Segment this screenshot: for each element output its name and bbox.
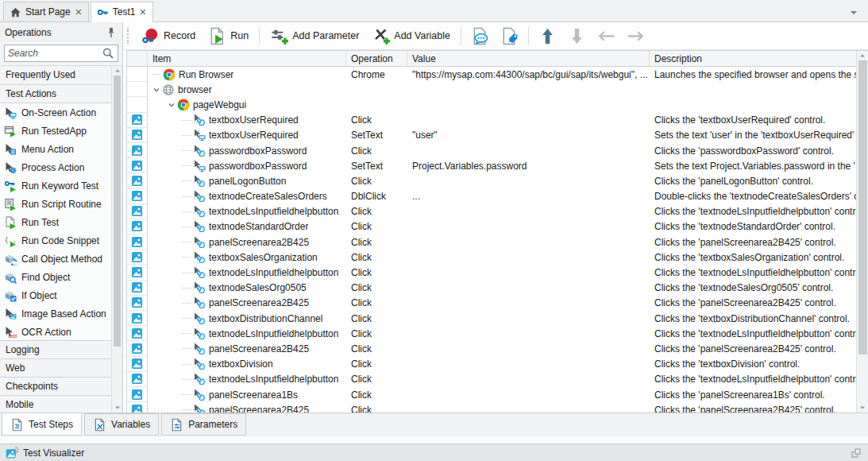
test-step-row-browser[interactable]: browser [127,82,856,97]
row-gutter[interactable] [127,341,148,356]
add-variable-button[interactable]: Add Variable [366,25,456,48]
category-logging[interactable]: Logging [0,340,111,359]
test-step-row-panelscreenarea2b425[interactable]: panelScreenarea2B425ClickClicks the 'pan… [127,402,856,413]
tab-test1[interactable]: Test1 [91,2,154,22]
scroll-up-icon[interactable] [859,52,866,59]
category-mobile[interactable]: Mobile [0,395,111,413]
grid-scrollbar[interactable] [856,51,868,413]
expander-icon[interactable] [151,85,161,95]
test-step-row-textnodelsinputfieldhelpbutton[interactable]: textnodeLsInputfieldhelpbuttonClickClick… [127,326,856,341]
category-frequently-used[interactable]: Frequently Used [0,66,111,85]
row-gutter[interactable] [127,158,148,173]
test-step-row-textnodelsinputfieldhelpbutton[interactable]: textnodeLsInputfieldhelpbuttonClickClick… [127,372,856,387]
test-step-row-textboxuserrequired[interactable]: textboxUserRequiredSetText"user"Sets the… [127,128,856,143]
test-step-row-pagewebgui[interactable]: pageWebgui [127,97,856,112]
operation-find-object[interactable]: Find Object [0,268,111,286]
expander-icon[interactable] [166,100,176,110]
search-input[interactable] [8,48,102,59]
test-step-row-textnodelsinputfieldhelpbutton[interactable]: textnodeLsInputfieldhelpbuttonClickClick… [127,265,856,280]
test-step-row-panelscreenarea1bs[interactable]: panelScreenarea1BsClickClicks the 'panel… [127,387,856,402]
close-icon[interactable] [75,8,83,16]
pin-icon[interactable] [105,26,118,39]
test-step-row-panelscreenarea2b425[interactable]: panelScreenarea2B425ClickClicks the 'pan… [127,341,856,356]
test-step-row-panelscreenarea2b425[interactable]: panelScreenarea2B425ClickClicks the 'pan… [127,296,856,311]
operation-menu-action[interactable]: Menu Action [0,140,111,158]
move-right-button[interactable] [622,25,650,48]
column-header-description[interactable]: Description [650,51,856,66]
row-gutter[interactable] [127,265,148,280]
operation-image-based-action[interactable]: Image Based Action [0,304,111,323]
row-gutter[interactable] [127,173,148,188]
description-cell: Clicks the 'passwordboxPassword' control… [650,143,856,158]
sidebar-scrollbar[interactable] [111,66,122,413]
row-gutter[interactable] [127,219,148,234]
operation-ocr-action[interactable]: OCROCR Action [0,323,111,341]
operation-run-code-snippet[interactable]: {..}Run Code Snippet [0,231,111,250]
operation-on-screen-action[interactable]: On-Screen Action [0,103,111,122]
add-label-button[interactable] [496,25,523,48]
operation-run-testedapp[interactable]: Run TestedApp [0,122,111,140]
test-step-row-textnodesalesorg0505[interactable]: textnodeSalesOrg0505ClickClicks the 'tex… [127,281,856,296]
add-parameter-button[interactable]: Add Parameter [264,25,365,48]
test-step-row-run-browser[interactable]: Run BrowserChrome"https://mysap.com:4430… [127,67,856,82]
operation-run-script-routine[interactable]: Run Script Routine [0,195,111,213]
resize-grip-icon[interactable] [850,447,862,459]
chevron-down-icon[interactable] [847,6,860,19]
row-gutter[interactable] [127,113,148,128]
toolbar-drag-handle[interactable] [127,28,130,44]
row-gutter[interactable] [127,250,148,265]
record-button[interactable]: Record [136,25,201,48]
row-gutter[interactable] [127,326,148,341]
scroll-down-icon[interactable] [859,405,866,411]
test-step-row-textboxdistributionchannel[interactable]: textboxDistributionChannelClickClicks th… [127,311,856,326]
test-step-row-textnodestandardorder[interactable]: textnodeStandardOrderClickClicks the 'te… [127,219,856,234]
tab-parameters[interactable]: Parameters [161,413,246,436]
row-gutter[interactable] [127,372,148,387]
operation-process-action[interactable]: Process Action [0,158,111,176]
tab-variables[interactable]: Variables [84,413,159,436]
operation-run-keyword-test[interactable]: Run Keyword Test [0,176,111,195]
add-comment-button[interactable] [466,25,494,48]
test-step-row-panellogonbutton[interactable]: panelLogonButtonClickClicks the 'panelLo… [127,173,856,188]
tab-start-page[interactable]: Start Page [3,2,89,22]
search-icon[interactable] [102,47,114,60]
row-gutter[interactable] [127,204,148,219]
operation-run-test[interactable]: Run Test [0,213,111,231]
test-step-row-textnodecreatesalesorders[interactable]: textnodeCreateSalesOrdersDblClick...Doub… [127,189,856,204]
move-up-button[interactable] [534,25,561,48]
row-gutter[interactable] [127,189,148,204]
tab-test-steps[interactable]: Test Steps [2,413,82,436]
test-step-row-panelscreenarea2b425[interactable]: panelScreenarea2B425ClickClicks the 'pan… [127,234,856,250]
row-gutter[interactable] [127,234,148,250]
row-gutter[interactable] [127,128,148,143]
run-button[interactable]: Run [203,25,254,48]
move-left-button[interactable] [592,25,620,48]
grid-scrollbar-thumb[interactable] [858,60,867,354]
close-icon[interactable] [139,8,147,16]
test-step-row-passwordboxpassword[interactable]: passwordboxPasswordSetTextProject.Variab… [127,158,856,173]
sidebar-scrollbar-thumb[interactable] [114,76,121,347]
category-web[interactable]: Web [0,358,111,378]
category-test-actions[interactable]: Test Actions [0,84,111,103]
row-gutter[interactable] [127,402,148,413]
row-gutter[interactable] [127,143,148,158]
row-gutter[interactable] [127,357,148,372]
row-gutter[interactable] [127,281,148,296]
row-gutter[interactable] [127,387,148,402]
column-header-item[interactable]: Item [148,51,346,66]
operation-call-object-method[interactable]: Call Object Method [0,250,111,268]
category-checkpoints[interactable]: Checkpoints [0,377,111,396]
row-gutter[interactable] [127,311,148,326]
test-step-row-textboxsalesorganization[interactable]: textboxSalesOrganizationClickClicks the … [127,250,856,265]
test-step-row-textboxdivision[interactable]: textboxDivisionClickClicks the 'textboxD… [127,357,856,372]
scroll-up-icon[interactable] [114,68,121,74]
row-gutter[interactable] [127,296,148,311]
column-header-value[interactable]: Value [407,51,650,66]
test-step-row-passwordboxpassword[interactable]: passwordboxPasswordClickClicks the 'pass… [127,143,856,158]
operation-if-object[interactable]: If Object [0,286,111,304]
test-step-row-textnodelsinputfieldhelpbutton[interactable]: textnodeLsInputfieldhelpbuttonClickClick… [127,204,856,219]
scroll-down-icon[interactable] [114,405,121,411]
move-down-button[interactable] [563,25,591,48]
column-header-operation[interactable]: Operation [346,51,407,66]
test-step-row-textboxuserrequired[interactable]: textboxUserRequiredClickClicks the 'text… [127,113,856,128]
